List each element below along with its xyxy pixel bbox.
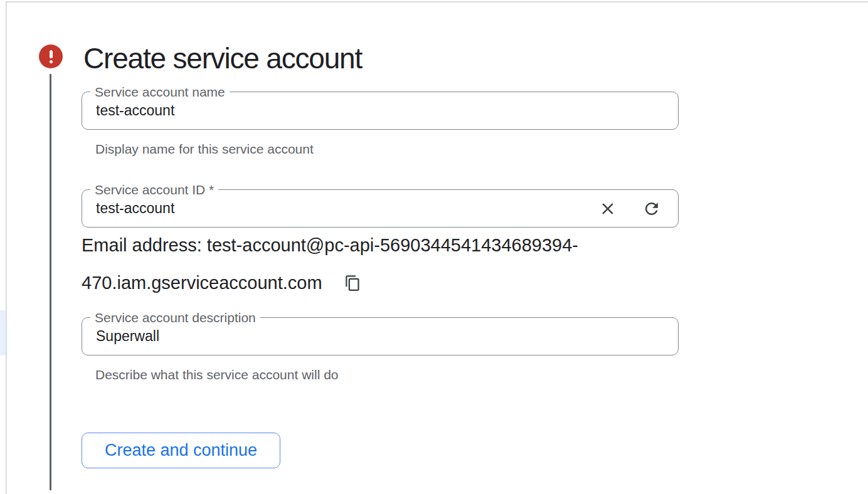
service-account-id-field: Service account ID * <box>82 189 679 228</box>
error-status-icon <box>39 45 63 68</box>
clear-icon[interactable] <box>598 199 617 218</box>
top-divider <box>6 1 868 3</box>
stepper-line <box>50 74 51 490</box>
email-address-line2: 470.iam.gserviceaccount.com <box>82 264 684 302</box>
refresh-icon[interactable] <box>642 199 661 218</box>
email-address-block: Email address: test-account@pc-api-56903… <box>82 226 684 302</box>
page-title: Create service account <box>83 43 362 73</box>
service-account-description-input[interactable] <box>82 318 678 355</box>
exclamation-dot <box>50 60 53 63</box>
email-address-line2-text: 470.iam.gserviceaccount.com <box>82 273 322 293</box>
create-service-account-page: Create service account Service account n… <box>0 0 868 494</box>
service-account-id-input[interactable] <box>82 190 678 227</box>
service-account-description-field: Service account description <box>82 317 679 355</box>
service-account-name-input[interactable] <box>82 92 678 129</box>
content-copy-icon[interactable] <box>344 273 363 292</box>
service-account-description-helper: Describe what this service account will … <box>95 367 339 382</box>
left-panel-divider <box>6 1 7 494</box>
exclamation-bar <box>50 50 53 58</box>
left-edge-highlight <box>0 310 6 355</box>
service-account-name-field: Service account name <box>82 92 679 130</box>
create-and-continue-button[interactable]: Create and continue <box>82 433 280 468</box>
id-field-actions <box>598 190 661 227</box>
email-address-line1: Email address: test-account@pc-api-56903… <box>82 226 684 264</box>
service-account-name-helper: Display name for this service account <box>95 142 314 157</box>
